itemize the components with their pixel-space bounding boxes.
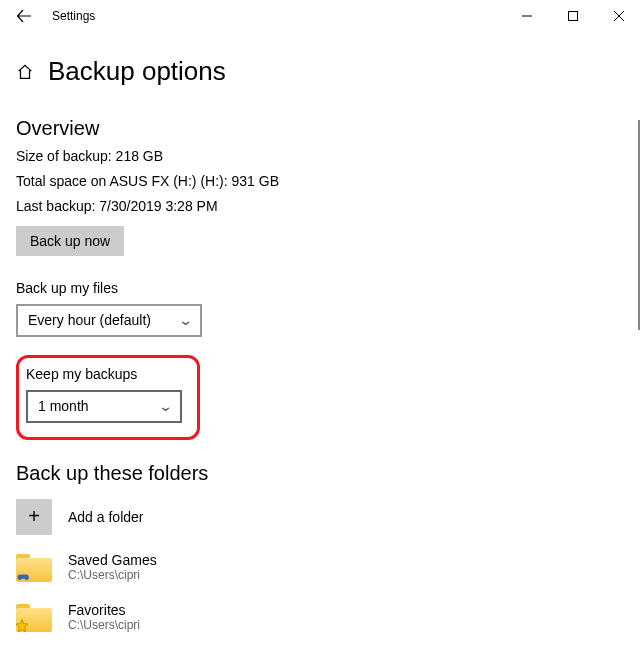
titlebar: Settings	[0, 0, 642, 32]
total-space-line: Total space on ASUS FX (H:) (H:): 931 GB	[16, 169, 626, 194]
backup-frequency-value: Every hour (default)	[28, 312, 151, 328]
page-heading-row: Backup options	[0, 32, 642, 105]
chevron-down-icon: ⌄	[178, 312, 194, 328]
svg-rect-0	[569, 12, 578, 21]
keep-backups-value: 1 month	[38, 398, 89, 414]
folders-heading: Back up these folders	[16, 462, 626, 485]
backup-frequency-dropdown[interactable]: Every hour (default) ⌄	[16, 304, 202, 337]
folder-name: Saved Games	[68, 552, 157, 568]
folder-path: C:\Users\cipri	[68, 568, 157, 582]
arrow-left-icon	[16, 8, 32, 24]
folder-icon	[16, 552, 52, 582]
last-backup-line: Last backup: 7/30/2019 3:28 PM	[16, 194, 626, 219]
plus-icon: +	[16, 499, 52, 535]
content-area: Overview Size of backup: 218 GB Total sp…	[0, 117, 642, 648]
page-title: Backup options	[48, 56, 226, 87]
backup-frequency-label: Back up my files	[16, 280, 626, 296]
window-controls	[504, 0, 642, 32]
window-title: Settings	[44, 9, 95, 23]
chevron-down-icon: ⌄	[158, 398, 174, 414]
keep-backups-label: Keep my backups	[26, 366, 187, 382]
home-icon[interactable]	[16, 63, 34, 81]
close-icon	[614, 11, 624, 21]
folder-icon	[16, 602, 52, 632]
minimize-icon	[522, 11, 532, 21]
folder-name: Favorites	[68, 602, 140, 618]
folder-item-saved-games[interactable]: Saved Games C:\Users\cipri	[16, 545, 626, 589]
backup-now-button[interactable]: Back up now	[16, 226, 124, 256]
star-icon	[14, 618, 30, 634]
add-folder-button[interactable]: + Add a folder	[16, 495, 626, 539]
close-button[interactable]	[596, 0, 642, 32]
folder-item-favorites[interactable]: Favorites C:\Users\cipri	[16, 595, 626, 639]
gamepad-icon	[14, 568, 31, 585]
backup-size-line: Size of backup: 218 GB	[16, 144, 626, 169]
maximize-button[interactable]	[550, 0, 596, 32]
overview-heading: Overview	[16, 117, 626, 140]
keep-backups-highlight: Keep my backups 1 month ⌄	[16, 355, 200, 440]
folder-item-contacts[interactable]: Contacts C:\Users\cipri	[16, 645, 626, 648]
folder-path: C:\Users\cipri	[68, 618, 140, 632]
scrollbar-thumb[interactable]	[638, 120, 640, 330]
back-button[interactable]	[4, 0, 44, 32]
maximize-icon	[568, 11, 578, 21]
keep-backups-dropdown[interactable]: 1 month ⌄	[26, 390, 182, 423]
minimize-button[interactable]	[504, 0, 550, 32]
add-folder-label: Add a folder	[68, 509, 144, 525]
